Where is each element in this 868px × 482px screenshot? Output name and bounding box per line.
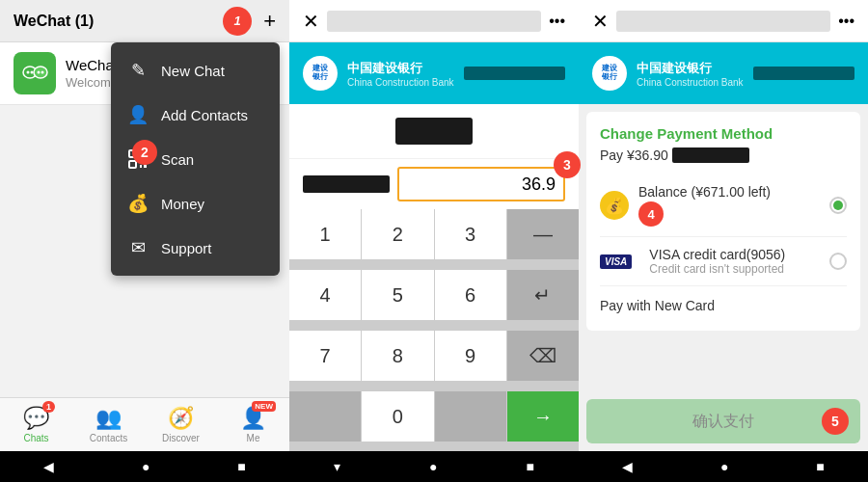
numpad-grid: 1 2 3 — 4 5 6 ↵ 7 8 9 ⌫ 0 → (289, 209, 579, 451)
recents-btn-1[interactable]: ■ (237, 459, 245, 474)
discover-icon: 🧭 (168, 406, 194, 431)
balance-icon: 💰 (600, 191, 629, 220)
header-icons: 1 + (223, 7, 276, 36)
wechat-avatar (14, 52, 56, 94)
pay-amount-redacted (672, 147, 749, 163)
menu-item-new-chat[interactable]: ✎ New Chat (111, 48, 280, 93)
close-icon-2[interactable]: ✕ (303, 10, 319, 33)
bank-en-3: China Construction Bank (637, 77, 744, 88)
bank-header-2: 建设银行 中国建设银行 China Construction Bank (289, 42, 579, 104)
visa-radio[interactable] (829, 253, 847, 270)
svg-rect-11 (140, 165, 142, 168)
money-icon: 💰 (126, 192, 149, 215)
scan-label: Scan (161, 151, 194, 168)
back-btn-3[interactable]: ◀ (622, 459, 633, 474)
support-icon: ✉ (126, 236, 149, 259)
confirm-pay-label: 确认支付 (692, 412, 754, 432)
bank-title-redacted-3 (753, 67, 854, 80)
balance-info: Balance (¥671.00 left) 4 (638, 184, 820, 227)
panel2-url-bar (327, 11, 541, 32)
menu-item-support[interactable]: ✉ Support (111, 226, 280, 270)
discover-label: Discover (162, 433, 200, 443)
recents-btn-2[interactable]: ■ (527, 459, 534, 474)
more-icon-3[interactable]: ••• (838, 13, 854, 30)
key-submit[interactable]: → (507, 391, 579, 442)
home-btn-2[interactable]: ● (429, 459, 437, 474)
visa-info: VISA credit card(9056) Credit card isn't… (649, 247, 820, 276)
money-label: Money (161, 196, 204, 212)
step-badge-1[interactable]: 1 (223, 7, 252, 36)
chats-badge: 1 (42, 401, 55, 413)
bank-title-redacted (464, 67, 565, 80)
me-badge-new: NEW (252, 401, 276, 412)
key-0[interactable]: 0 (362, 391, 433, 442)
key-enter[interactable]: ↵ (507, 270, 579, 320)
home-btn-1[interactable]: ● (142, 459, 149, 474)
add-contacts-label: Add Contacts (161, 107, 248, 123)
wechat-header: WeChat (1) 1 + (0, 0, 289, 42)
key-5[interactable]: 5 (362, 270, 433, 320)
contacts-label: Contacts (90, 433, 127, 443)
bank-logo-3: 建设银行 (592, 56, 627, 91)
svg-point-5 (41, 71, 44, 74)
pay-new-card-option[interactable]: Pay with New Card (600, 286, 847, 317)
confirm-pay-button[interactable]: 确认支付 5 (586, 399, 860, 443)
step-badge-4: 4 (638, 201, 664, 227)
key-3[interactable]: 3 (435, 209, 506, 259)
menu-item-money[interactable]: 💰 Money (111, 181, 280, 226)
key-6[interactable]: 6 (435, 270, 506, 320)
panel-payment-numpad: ✕ ••• 建设银行 中国建设银行 China Construction Ban… (289, 0, 579, 482)
new-chat-label: New Chat (161, 63, 225, 79)
svg-rect-12 (144, 165, 147, 168)
panel-wechat-main: WeChat (1) 1 + WeChat Tea... Welcome bac… (0, 0, 289, 482)
numpad-value-box[interactable]: 36.9 3 (397, 167, 565, 201)
nav-discover[interactable]: 🧭 Discover (145, 398, 217, 451)
close-icon-3[interactable]: ✕ (592, 10, 609, 33)
key-9[interactable]: 9 (435, 331, 506, 381)
svg-rect-8 (129, 161, 136, 168)
svg-point-3 (31, 71, 34, 74)
step-badge-5: 5 (822, 408, 849, 435)
key-backspace[interactable]: ⌫ (507, 331, 579, 381)
back-btn-2[interactable]: ▾ (334, 459, 340, 474)
balance-title: Balance (¥671.00 left) (638, 184, 820, 200)
change-payment-title: Change Payment Method (600, 125, 847, 142)
contacts-icon: 👥 (95, 406, 122, 431)
support-label: Support (161, 240, 212, 256)
key-4[interactable]: 4 (289, 270, 361, 320)
new-chat-icon: ✎ (126, 59, 149, 82)
key-empty-left (289, 391, 361, 442)
payment-option-balance[interactable]: 💰 Balance (¥671.00 left) 4 (600, 174, 847, 237)
menu-item-scan[interactable]: 2 Scan (111, 137, 280, 181)
balance-radio[interactable] (829, 197, 847, 214)
recents-btn-3[interactable]: ■ (816, 459, 824, 474)
step-badge-3: 3 (554, 151, 581, 178)
bottom-nav: 1 💬 Chats 👥 Contacts 🧭 Discover NEW 👤 Me (0, 397, 289, 451)
key-8[interactable]: 8 (362, 331, 433, 381)
home-btn-3[interactable]: ● (720, 459, 728, 474)
svg-point-4 (38, 71, 41, 74)
back-btn-1[interactable]: ◀ (43, 459, 54, 474)
menu-item-add-contacts[interactable]: 👤 Add Contacts (111, 93, 280, 137)
header-title: WeChat (1) (14, 13, 94, 30)
key-1[interactable]: 1 (289, 209, 361, 259)
visa-sub: Credit card isn't supported (649, 262, 820, 276)
key-minus[interactable]: — (507, 209, 579, 259)
nav-me[interactable]: NEW 👤 Me (217, 398, 289, 451)
panel2-topbar: ✕ ••• (289, 0, 579, 42)
add-contacts-icon: 👤 (126, 103, 149, 126)
key-7[interactable]: 7 (289, 331, 361, 381)
step-badge-2: 2 (132, 140, 157, 165)
svg-point-2 (27, 71, 30, 74)
key-empty-right (435, 391, 506, 442)
bank-cn-3: 中国建设银行 (637, 60, 744, 77)
more-icon-2[interactable]: ••• (549, 13, 565, 30)
pay-amount-text: Pay ¥36.90 (600, 147, 668, 163)
payment-option-visa[interactable]: VISA VISA credit card(9056) Credit card … (600, 237, 847, 286)
add-icon[interactable]: + (263, 9, 276, 34)
nav-contacts[interactable]: 👥 Contacts (72, 398, 145, 451)
bank-name-3: 中国建设银行 China Construction Bank (637, 60, 744, 88)
key-2[interactable]: 2 (362, 209, 433, 259)
nav-chats[interactable]: 1 💬 Chats (0, 398, 72, 451)
panel-change-payment: ✕ ••• 建设银行 中国建设银行 China Construction Ban… (579, 0, 868, 482)
